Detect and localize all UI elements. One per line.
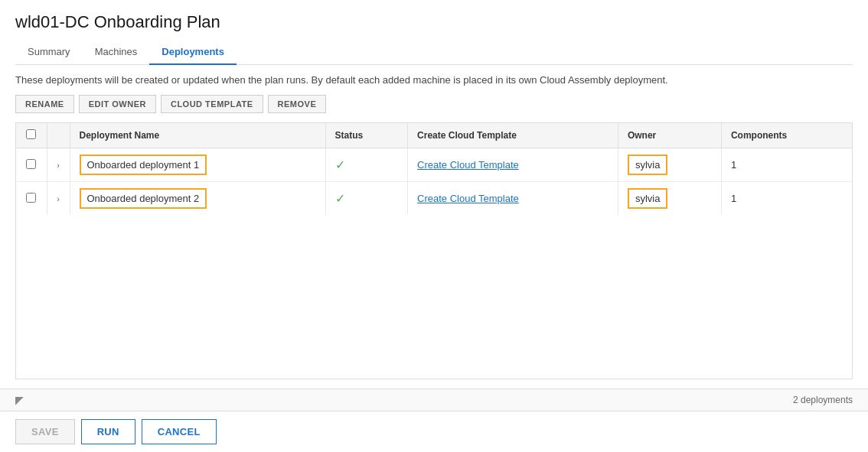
- th-expand: [47, 123, 70, 148]
- row1-create-cloud-template-link[interactable]: Create Cloud Template: [417, 159, 519, 171]
- row1-components-cell: 1: [721, 148, 852, 182]
- save-button[interactable]: SAVE: [15, 419, 75, 444]
- row1-checkbox[interactable]: [26, 159, 36, 169]
- remove-button[interactable]: REMOVE: [268, 95, 327, 113]
- row2-checkbox[interactable]: [26, 193, 36, 203]
- footer-bar: ◤ 2 deployments: [0, 389, 868, 411]
- row1-owner: sylvia: [628, 154, 668, 175]
- action-bar: SAVE RUN CANCEL: [0, 411, 868, 452]
- row2-status-cell: ✓: [325, 182, 407, 216]
- row2-deployment-name: Onboarded deployment 2: [80, 188, 207, 209]
- tab-deployments[interactable]: Deployments: [149, 40, 237, 65]
- row2-create-cloud-template-cell[interactable]: Create Cloud Template: [408, 182, 618, 216]
- th-create-cloud-template: Create Cloud Template: [408, 123, 618, 148]
- th-components: Components: [721, 123, 852, 148]
- deployments-table: Deployment Name Status Create Cloud Temp…: [16, 123, 852, 215]
- row2-status-icon: ✓: [335, 192, 345, 205]
- tab-machines[interactable]: Machines: [83, 40, 150, 65]
- row1-status-cell: ✓: [325, 148, 407, 182]
- row2-owner: sylvia: [628, 188, 668, 209]
- select-all-checkbox[interactable]: [26, 129, 36, 139]
- main-content: These deployments will be created or upd…: [0, 65, 868, 389]
- row1-create-cloud-template-cell[interactable]: Create Cloud Template: [408, 148, 618, 182]
- toolbar: RENAME EDIT OWNER CLOUD TEMPLATE REMOVE: [15, 95, 853, 113]
- row2-expand-cell[interactable]: ›: [47, 182, 70, 216]
- edit-owner-button[interactable]: EDIT OWNER: [79, 95, 156, 113]
- row1-checkbox-cell[interactable]: [16, 148, 47, 182]
- deployments-count: 2 deployments: [793, 395, 853, 405]
- th-select-all[interactable]: [16, 123, 47, 148]
- th-owner: Owner: [618, 123, 721, 148]
- th-status: Status: [325, 123, 407, 148]
- th-deployment-name: Deployment Name: [70, 123, 325, 148]
- row2-create-cloud-template-link[interactable]: Create Cloud Template: [417, 193, 519, 204]
- page-header: wld01-DC Onboarding Plan Summary Machine…: [0, 0, 868, 65]
- run-button[interactable]: RUN: [81, 419, 135, 444]
- row1-deployment-name-cell: Onboarded deployment 1: [70, 148, 325, 182]
- tabs-container: Summary Machines Deployments: [15, 40, 853, 65]
- table-row: › Onboarded deployment 1 ✓ Create Cloud …: [16, 148, 852, 182]
- row1-deployment-name: Onboarded deployment 1: [80, 154, 207, 175]
- table-row: › Onboarded deployment 2 ✓ Create Cloud …: [16, 182, 852, 216]
- row2-components-cell: 1: [721, 182, 852, 216]
- cloud-template-button[interactable]: CLOUD TEMPLATE: [161, 95, 263, 113]
- cancel-button[interactable]: CANCEL: [142, 419, 217, 444]
- row2-deployment-name-cell: Onboarded deployment 2: [70, 182, 325, 216]
- table-header-row: Deployment Name Status Create Cloud Temp…: [16, 123, 852, 148]
- row1-expand-icon[interactable]: ›: [57, 161, 60, 170]
- footer-icon: ◤: [15, 394, 24, 406]
- row2-expand-icon[interactable]: ›: [57, 194, 60, 203]
- row2-checkbox-cell[interactable]: [16, 182, 47, 216]
- tab-summary[interactable]: Summary: [15, 40, 83, 65]
- table-container: Deployment Name Status Create Cloud Temp…: [15, 122, 853, 379]
- page-title: wld01-DC Onboarding Plan: [15, 12, 853, 32]
- rename-button[interactable]: RENAME: [15, 95, 74, 113]
- row1-expand-cell[interactable]: ›: [47, 148, 70, 182]
- row1-owner-cell: sylvia: [618, 148, 721, 182]
- row2-owner-cell: sylvia: [618, 182, 721, 216]
- description-text: These deployments will be created or upd…: [15, 74, 853, 86]
- row1-status-icon: ✓: [335, 158, 345, 171]
